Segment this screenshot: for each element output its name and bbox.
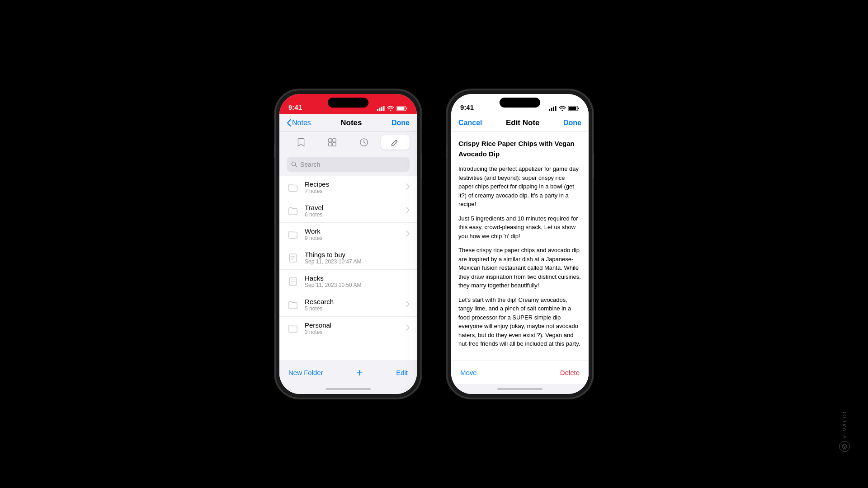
list-item[interactable]: Hacks Sep 11, 2023 10:50 AM: [279, 270, 417, 293]
note-things-name: Things to buy: [305, 251, 410, 258]
note-paragraph-2: Just 5 ingredients and 10 minutes requir…: [458, 214, 581, 241]
back-button[interactable]: Notes: [287, 119, 311, 127]
signal-icon: [377, 106, 385, 111]
folder-icon: [288, 230, 298, 239]
note-things-content: Things to buy Sep 11, 2023 10:47 AM: [305, 251, 410, 265]
folder-icon-work: [287, 228, 299, 241]
svg-rect-20: [549, 109, 550, 111]
home-bar-2: [497, 388, 542, 390]
list-item[interactable]: Personal 3 notes: [279, 317, 417, 340]
chevron-right-icon: [406, 324, 410, 331]
note-icon-things: [287, 252, 299, 264]
bookmark-icon: [297, 138, 306, 147]
list-item[interactable]: Travel 6 notes: [279, 199, 417, 223]
svg-rect-21: [551, 108, 552, 112]
folder-personal-count: 3 notes: [305, 329, 401, 335]
chevron-icon: [406, 301, 410, 309]
folder-recipes-count: 7 notes: [305, 188, 401, 194]
folder-travel-name: Travel: [305, 204, 401, 211]
note-content: Crispy Rice Paper Chips with Vegan Avoca…: [451, 131, 589, 361]
folder-icon-personal: [287, 322, 299, 335]
folder-icon: [288, 300, 298, 310]
dynamic-island-1: [328, 98, 368, 108]
status-icons-2: [549, 106, 580, 111]
svg-rect-25: [569, 107, 576, 110]
folder-research-name: Research: [305, 298, 401, 305]
clock-btn[interactable]: [349, 135, 378, 150]
home-indicator-1: [279, 384, 417, 394]
svg-rect-22: [553, 107, 554, 111]
list-item[interactable]: Research 5 notes: [279, 293, 417, 317]
chevron-right-icon: [406, 183, 410, 190]
note-doc-icon: [288, 277, 298, 286]
folder-research-count: 5 notes: [305, 305, 401, 312]
compose-btn[interactable]: [381, 135, 410, 150]
cancel-button[interactable]: Cancel: [458, 119, 482, 127]
folder-icon: [288, 324, 298, 333]
vivaldi-logo: [839, 441, 850, 452]
search-icon: [291, 161, 297, 168]
status-icons-1: [377, 106, 408, 111]
grid-icon: [328, 138, 337, 147]
svg-rect-1: [379, 108, 381, 112]
svg-rect-2: [381, 107, 382, 111]
list-item[interactable]: Things to buy Sep 11, 2023 10:47 AM: [279, 246, 417, 270]
list-item[interactable]: Recipes 7 notes: [279, 176, 417, 199]
chevron-right-icon: [406, 230, 410, 237]
svg-rect-0: [377, 109, 378, 111]
chevron-right-icon: [406, 207, 410, 213]
move-button[interactable]: Move: [460, 369, 477, 376]
wifi-icon: [387, 106, 394, 111]
folder-icon: [288, 206, 298, 216]
grid-btn[interactable]: [318, 135, 347, 150]
notes-list: Recipes 7 notes: [279, 176, 417, 361]
phone-notes-list: 9:41: [276, 90, 420, 398]
folder-travel-count: 6 notes: [305, 211, 401, 218]
wifi-icon-2: [559, 106, 566, 111]
folder-personal-content: Personal 3 notes: [305, 321, 401, 335]
delete-button[interactable]: Delete: [560, 369, 580, 376]
nav-title-1: Notes: [340, 118, 362, 127]
chevron-icon: [406, 183, 410, 192]
add-note-button[interactable]: +: [356, 366, 363, 379]
folder-research-content: Research 5 notes: [305, 298, 401, 312]
folder-recipes-name: Recipes: [305, 180, 401, 188]
note-title: Crispy Rice Paper Chips with Vegan Avoca…: [458, 139, 581, 159]
done-button-1[interactable]: Done: [392, 119, 410, 127]
status-time-2: 9:41: [460, 103, 474, 111]
list-item[interactable]: Work 9 notes: [279, 223, 417, 246]
vivaldi-logo-icon: [841, 443, 848, 450]
edit-nav-bar: Cancel Edit Note Done: [451, 114, 589, 131]
new-folder-button[interactable]: New Folder: [288, 369, 323, 376]
svg-rect-8: [329, 143, 332, 146]
nav-bar-1: Notes Notes Done: [279, 114, 417, 131]
folder-travel-content: Travel 6 notes: [305, 204, 401, 218]
status-bar-2: 9:41: [451, 94, 589, 114]
bottom-bar-1: New Folder + Edit: [279, 361, 417, 384]
note-hacks-date: Sep 11, 2023 10:50 AM: [305, 282, 410, 288]
done-button-2[interactable]: Done: [563, 119, 581, 127]
home-indicator-2: [451, 384, 589, 394]
svg-rect-9: [333, 143, 336, 146]
search-bar[interactable]: Search: [287, 157, 410, 172]
note-paragraph-1: Introducing the perfect appetizer for ga…: [458, 164, 581, 209]
bookmarks-btn[interactable]: [287, 135, 316, 150]
folder-personal-name: Personal: [305, 321, 401, 329]
note-doc-icon: [288, 253, 298, 263]
toolbar: [279, 131, 417, 153]
edit-bottom-bar: Move Delete: [451, 361, 589, 384]
compose-icon: [391, 138, 400, 147]
folder-recipes-content: Recipes 7 notes: [305, 180, 401, 194]
note-paragraph-4: Let's start with the dip! Creamy avocado…: [458, 296, 581, 348]
note-things-date: Sep 11, 2023 10:47 AM: [305, 258, 410, 265]
folder-icon-travel: [287, 205, 299, 217]
home-bar-1: [326, 388, 371, 390]
signal-icon-2: [549, 106, 557, 111]
status-time-1: 9:41: [288, 103, 302, 111]
note-hacks-name: Hacks: [305, 274, 410, 282]
folder-icon-recipes: [287, 181, 299, 194]
battery-icon-2: [568, 106, 580, 111]
edit-button[interactable]: Edit: [396, 369, 408, 376]
svg-rect-6: [329, 139, 332, 142]
phone-edit-note: 9:41: [448, 90, 592, 398]
